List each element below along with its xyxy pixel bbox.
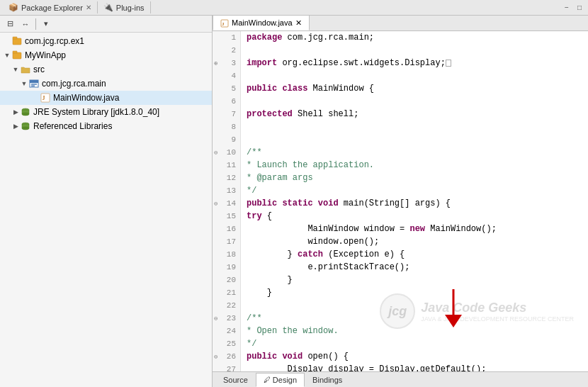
editor-tab-mainwindow[interactable]: J MainWindow.java ✕ (213, 16, 310, 30)
maximize-btn[interactable]: □ (574, 2, 585, 13)
tree-item-com-jcg-rcp[interactable]: com.jcg.rcp.ex1 (0, 34, 212, 48)
editor-tab-close[interactable]: ✕ (295, 18, 302, 28)
plugins-tab-label: Plug-ins (116, 4, 145, 12)
plugins-tab[interactable]: 🔌 Plug-ins (98, 1, 151, 13)
svg-text:J: J (222, 21, 225, 27)
code-line-26: public void open() { (247, 350, 582, 363)
watermark-logo: jcg (380, 293, 415, 329)
collapse-all-btn[interactable]: ⊟ (3, 17, 17, 31)
java-icon-mainwindow: J (40, 92, 51, 103)
package-explorer-icon: 📦 (9, 3, 18, 12)
source-tab-label: Source (223, 376, 248, 384)
code-line-17: window.open(); (247, 235, 582, 248)
tree-label-com-jcg-rca-main: com.jcg.rca.main (42, 79, 106, 89)
line-25: 25 (213, 337, 240, 350)
code-editor[interactable]: 1 2 3⊕ 4 5 6 7 8 9 10⊖ 11 12 13 14⊖ 15 1… (213, 31, 588, 371)
code-line-7: protected Shell shell; (247, 108, 582, 120)
bindings-tab[interactable]: Bindings (305, 373, 350, 387)
svg-point-15 (22, 127, 29, 130)
design-icon: 🖊 (264, 376, 271, 383)
tree-label-src: src (33, 64, 45, 74)
line-21: 21 (213, 286, 240, 299)
tree-arrow-jre: ▶ (11, 105, 20, 119)
editor-tabs: J MainWindow.java ✕ (213, 16, 588, 31)
tree-item-mywinapp[interactable]: ▼ MyWinApp (0, 48, 212, 62)
line-22: 22 (213, 299, 240, 312)
code-line-1: package com.jcg.rca.main; (247, 31, 582, 44)
tree-label-com-jcg-rcp: com.jcg.rcp.ex1 (25, 36, 84, 46)
editor-tab-label: MainWindow.java (232, 18, 293, 27)
line-8: 8 (213, 120, 240, 133)
line-1: 1 (213, 31, 240, 44)
code-line-14: public static void main(String[] args) { (247, 197, 582, 210)
package-icon-com-jcg-rca-main (28, 78, 40, 89)
line-16: 16 (213, 223, 240, 235)
red-arrow-annotation (439, 288, 468, 332)
code-line-20: } (247, 274, 582, 286)
line-15: 15 (213, 210, 240, 223)
right-panel: J MainWindow.java ✕ 1 2 3⊕ 4 5 6 7 8 (213, 16, 588, 387)
minimize-btn[interactable]: − (561, 2, 572, 13)
line-24: 24 (213, 325, 240, 337)
package-explorer-tab-label: Package Explorer (21, 4, 83, 12)
line-9: 9 (213, 133, 240, 146)
svg-rect-6 (31, 84, 37, 85)
line-26: 26⊖ (213, 350, 240, 363)
package-explorer-tree: com.jcg.rcp.ex1 ▼ MyWinApp ▼ (0, 33, 212, 387)
tree-item-jre-system[interactable]: ▶ JRE System Library [jdk1.8.0_40] (0, 105, 212, 119)
code-line-13: */ (247, 184, 582, 197)
source-tab[interactable]: Source (215, 373, 256, 387)
line-19: 19 (213, 261, 240, 274)
code-line-9 (247, 133, 582, 146)
tree-label-ref-libs: Referenced Libraries (33, 121, 112, 131)
svg-rect-7 (31, 86, 35, 87)
line-14: 14⊖ (213, 197, 240, 210)
plugins-icon: 🔌 (103, 3, 113, 12)
line-23: 23⊖ (213, 312, 240, 325)
tree-item-mainwindow-java[interactable]: J MainWindow.java (0, 91, 212, 105)
code-line-18: } catch (Exception e) { (247, 248, 582, 261)
tree-arrow-mywinapp: ▼ (3, 48, 11, 62)
code-line-27: Display display = Display.getDefault(); (247, 363, 582, 371)
line-2: 2 (213, 44, 240, 57)
line-10: 10⊖ (213, 146, 240, 159)
tree-arrow-com-jcg-rcp (3, 34, 11, 48)
tree-label-jre: JRE System Library [jdk1.8.0_40] (33, 107, 159, 117)
code-line-3: import org.eclipse.swt.widgets.Display; (247, 57, 582, 69)
link-with-editor-btn[interactable]: ↔ (18, 17, 33, 31)
tree-item-src[interactable]: ▼ src (0, 62, 212, 77)
code-line-25: */ (247, 337, 582, 350)
view-menu-btn[interactable]: ▾ (39, 17, 53, 31)
line-7: 7 (213, 108, 240, 120)
tree-arrow-com-jcg-rca-main: ▼ (20, 77, 28, 91)
line-18: 18 (213, 248, 240, 261)
jar-icon-ref-libs (20, 120, 31, 132)
svg-marker-19 (445, 315, 462, 327)
svg-rect-3 (13, 51, 17, 53)
code-line-12: * @param args (247, 172, 582, 184)
tree-item-com-jcg-rca-main[interactable]: ▼ com.jcg.rca.main (0, 77, 212, 91)
package-explorer-tab[interactable]: 📦 Package Explorer ✕ (3, 1, 98, 13)
line-27: 27 (213, 363, 240, 371)
svg-rect-5 (30, 80, 38, 83)
svg-point-12 (22, 113, 29, 116)
tree-item-referenced-libs[interactable]: ▶ Referenced Libraries (0, 119, 212, 133)
design-tab[interactable]: 🖊 Design (256, 373, 305, 387)
line-3: 3⊕ (213, 57, 240, 69)
jar-icon-jre (20, 106, 31, 118)
line-4: 4 (213, 69, 240, 82)
left-panel: ⊟ ↔ ▾ com.jcg.rcp.ex1 (0, 16, 213, 387)
line-numbers: 1 2 3⊕ 4 5 6 7 8 9 10⊖ 11 12 13 14⊖ 15 1… (213, 31, 241, 371)
line-17: 17 (213, 235, 240, 248)
code-line-10: /** (247, 146, 582, 159)
tree-arrow-ref-libs: ▶ (11, 119, 20, 133)
code-line-4 (247, 69, 582, 82)
line-12: 12 (213, 172, 240, 184)
folder-icon-src (20, 64, 31, 75)
package-explorer-close[interactable]: ✕ (86, 4, 91, 11)
code-line-16: MainWindow window = new MainWindow(); (247, 223, 582, 235)
bindings-tab-label: Bindings (312, 376, 342, 384)
tree-arrow-mainwindow (31, 91, 40, 105)
line-5: 5 (213, 82, 240, 95)
code-line-11: * Launch the application. (247, 159, 582, 172)
